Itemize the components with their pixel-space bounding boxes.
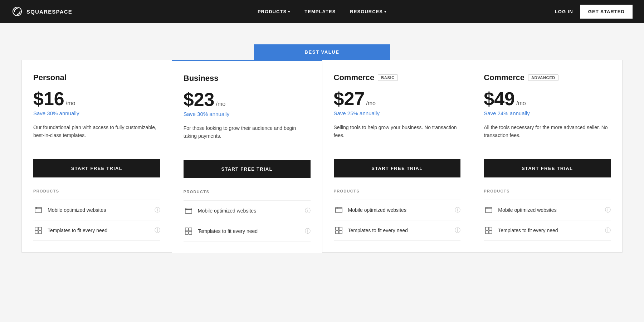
plan-card-commerce-advanced: Commerce ADVANCED $49 /mo Save 24% annua… <box>472 60 623 253</box>
svg-rect-14 <box>335 208 342 213</box>
info-icon[interactable]: ⓘ <box>155 227 160 234</box>
chevron-down-icon: ▾ <box>288 10 290 14</box>
info-icon[interactable]: ⓘ <box>605 206 611 214</box>
feature-website-icon <box>184 206 194 216</box>
svg-rect-25 <box>489 227 492 230</box>
products-label: PRODUCTS <box>33 189 160 193</box>
price-row: $23 /mo <box>184 90 311 109</box>
get-started-button[interactable]: GET STARTED <box>580 5 633 19</box>
nav-links: PRODUCTS ▾ TEMPLATES RESOURCES ▾ <box>258 9 386 14</box>
plan-card-business: Business $23 /mo Save 30% annually For t… <box>172 60 322 253</box>
info-icon[interactable]: ⓘ <box>305 228 311 235</box>
price-save[interactable]: Save 25% annually <box>334 110 461 116</box>
svg-rect-3 <box>35 227 38 230</box>
svg-rect-11 <box>189 228 192 231</box>
products-label: PRODUCTS <box>334 189 461 193</box>
price-amount: $23 <box>184 90 215 109</box>
feature-label: Templates to fit every need <box>48 228 150 233</box>
plan-card-commerce-basic: Commerce BASIC $27 /mo Save 25% annually… <box>322 60 472 253</box>
feature-website-icon <box>33 205 43 215</box>
plan-title: Business <box>184 74 311 83</box>
price-period: /mo <box>66 100 75 107</box>
svg-rect-12 <box>185 231 188 234</box>
feature-item: Mobile optimized websites ⓘ <box>484 200 611 220</box>
svg-rect-26 <box>486 231 488 234</box>
feature-website-icon <box>484 225 494 235</box>
info-icon[interactable]: ⓘ <box>455 206 460 214</box>
brand-logo[interactable]: SQUARESPACE <box>11 6 72 17</box>
price-row: $16 /mo <box>33 89 160 108</box>
plan-badge: ADVANCED <box>528 74 558 81</box>
plan-title: Commerce BASIC <box>334 73 461 82</box>
svg-rect-0 <box>35 208 42 213</box>
feature-website-icon <box>334 205 344 215</box>
feature-label: Mobile optimized websites <box>348 207 451 213</box>
svg-rect-21 <box>486 208 492 213</box>
feature-label: Mobile optimized websites <box>498 207 601 213</box>
svg-rect-27 <box>489 231 492 234</box>
feature-item: Templates to fit every need ⓘ <box>334 220 461 241</box>
pricing-section: BEST VALUE Personal $16 /mo Save 30% ann… <box>0 23 644 268</box>
plan-card-personal: Personal $16 /mo Save 30% annually Our f… <box>21 60 172 253</box>
plan-title: Personal <box>33 73 160 82</box>
logo-icon <box>11 6 23 17</box>
svg-rect-19 <box>335 231 338 234</box>
start-trial-button[interactable]: START FREE TRIAL <box>184 160 311 178</box>
products-label: PRODUCTS <box>184 190 311 194</box>
price-amount: $27 <box>334 89 365 108</box>
nav-resources[interactable]: RESOURCES ▾ <box>350 9 386 14</box>
plan-title: Commerce ADVANCED <box>484 73 611 82</box>
best-value-wrapper: BEST VALUE <box>21 44 623 60</box>
svg-rect-24 <box>486 227 488 230</box>
plan-description: Selling tools to help grow your business… <box>334 123 461 149</box>
nav-products[interactable]: PRODUCTS ▾ <box>258 9 290 14</box>
feature-item: Templates to fit every need ⓘ <box>33 220 160 241</box>
plan-description: All the tools necessary for the more adv… <box>484 123 611 149</box>
feature-label: Templates to fit every need <box>198 228 301 234</box>
price-row: $49 /mo <box>484 89 611 108</box>
pricing-cards: Personal $16 /mo Save 30% annually Our f… <box>21 60 623 253</box>
info-icon[interactable]: ⓘ <box>605 227 611 234</box>
svg-rect-6 <box>39 231 42 234</box>
price-amount: $49 <box>484 89 515 108</box>
best-value-banner: BEST VALUE <box>254 44 390 60</box>
feature-item: Templates to fit every need ⓘ <box>184 221 311 241</box>
feature-item: Mobile optimized websites ⓘ <box>334 200 461 220</box>
svg-rect-17 <box>335 227 338 230</box>
login-link[interactable]: LOG IN <box>555 9 573 14</box>
products-label: PRODUCTS <box>484 189 611 193</box>
svg-rect-5 <box>35 231 38 234</box>
feature-website-icon <box>484 205 494 215</box>
price-period: /mo <box>516 100 526 107</box>
price-period: /mo <box>366 100 376 107</box>
feature-website-icon <box>33 225 43 235</box>
start-trial-button[interactable]: START FREE TRIAL <box>484 159 611 177</box>
chevron-down-icon: ▾ <box>384 10 386 14</box>
svg-rect-18 <box>339 227 342 230</box>
nav-templates[interactable]: TEMPLATES <box>304 9 336 14</box>
feature-website-icon <box>334 225 344 235</box>
info-icon[interactable]: ⓘ <box>455 227 460 234</box>
info-icon[interactable]: ⓘ <box>155 206 160 214</box>
price-row: $27 /mo <box>334 89 461 108</box>
info-icon[interactable]: ⓘ <box>305 207 311 215</box>
price-amount: $16 <box>33 89 64 108</box>
feature-item: Mobile optimized websites ⓘ <box>33 200 160 220</box>
price-save[interactable]: Save 24% annually <box>484 110 611 116</box>
brand-name: SQUARESPACE <box>26 9 72 15</box>
svg-rect-20 <box>339 231 342 234</box>
feature-website-icon <box>184 226 194 236</box>
feature-label: Templates to fit every need <box>348 228 451 233</box>
feature-item: Mobile optimized websites ⓘ <box>184 200 311 221</box>
plan-description: Our foundational plan with access to ful… <box>33 123 160 149</box>
price-save[interactable]: Save 30% annually <box>33 110 160 116</box>
feature-item: Templates to fit every need ⓘ <box>484 220 611 241</box>
feature-label: Templates to fit every need <box>498 228 601 233</box>
navigation: SQUARESPACE PRODUCTS ▾ TEMPLATES RESOURC… <box>0 0 644 23</box>
start-trial-button[interactable]: START FREE TRIAL <box>33 159 160 177</box>
svg-rect-13 <box>189 231 192 234</box>
start-trial-button[interactable]: START FREE TRIAL <box>334 159 461 177</box>
price-save[interactable]: Save 30% annually <box>184 111 311 117</box>
feature-label: Mobile optimized websites <box>198 208 301 214</box>
nav-actions: LOG IN GET STARTED <box>555 5 633 19</box>
